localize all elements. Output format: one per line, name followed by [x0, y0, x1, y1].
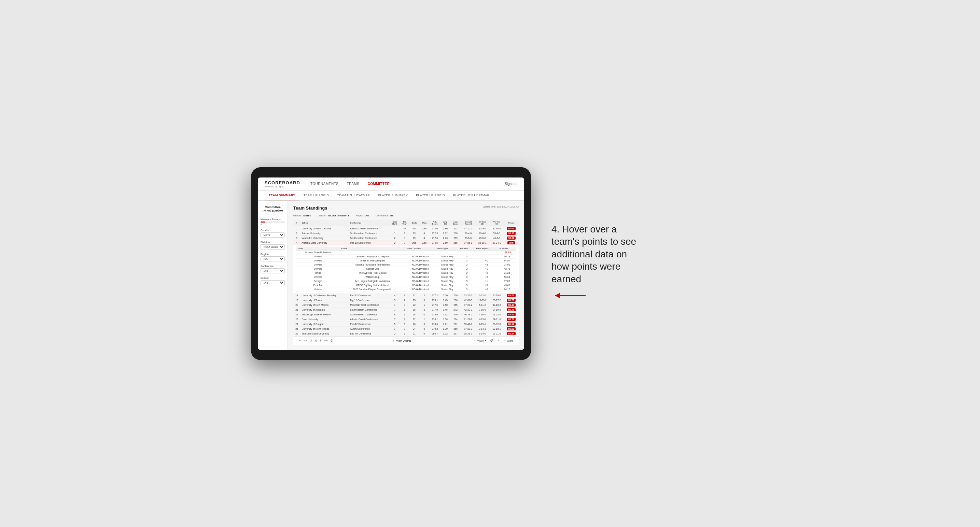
view-original-button[interactable]: View: Original: [393, 338, 414, 343]
comment-button[interactable]: 💬: [490, 339, 493, 342]
tt-div: NCAA Division I: [405, 275, 436, 279]
nav-teams[interactable]: TEAMS: [347, 181, 359, 187]
conf-rank-cell: 1: [390, 226, 400, 231]
tt-rank-impact: +1: [475, 267, 498, 271]
points-badge[interactable]: 88.71: [507, 318, 515, 321]
vs-top25-cell: 9-14-0: [475, 331, 490, 336]
min-rounds-slider[interactable]: [261, 222, 285, 222]
tt-event: The Cypress Point Classic: [340, 271, 405, 275]
points-badge-highlighted[interactable]: 79.5: [508, 241, 515, 244]
table-row: 3 Vanderbilt University Southeastern Con…: [293, 235, 519, 240]
points-badge[interactable]: 88.49: [507, 303, 515, 306]
points-cell[interactable]: 88.71: [504, 317, 519, 322]
points-badge[interactable]: 88.48: [507, 308, 515, 311]
wins-cell: 0: [419, 326, 429, 331]
points-cell[interactable]: 83.41: [504, 312, 519, 317]
adj-score-cell: 272.3: [429, 231, 441, 235]
tt-div: NCAA Division I: [405, 262, 436, 267]
overall-cell: 97-23-2: [461, 302, 475, 307]
tt-event: Copper Cup: [340, 267, 405, 271]
copy-icon[interactable]: ⧉: [315, 339, 317, 343]
division-select[interactable]: NCAA Division I NCAA Division II: [261, 244, 285, 249]
wins-cell: 2.50: [419, 240, 429, 245]
school-cell: Auburn University: [301, 231, 349, 235]
points-badge[interactable]: 83.89: [507, 327, 515, 330]
overall-cell: 42-20-0: [461, 307, 475, 312]
points-cell[interactable]: 83.89: [504, 326, 519, 331]
toolbar-left: ↩ ↪ ↺ ⧉ ⎘ ••• ⏱: [299, 339, 333, 343]
nav-committee[interactable]: COMMITTEE: [368, 181, 390, 187]
tab-player-h2h-grid[interactable]: PLAYER H2H GRID: [412, 191, 449, 200]
redo-icon[interactable]: ↪: [304, 339, 307, 342]
region-select[interactable]: N/A All: [261, 256, 285, 262]
tt-div: NCAA Division I: [405, 271, 436, 275]
points-badge[interactable]: 93.31: [507, 232, 515, 235]
points-cell[interactable]: 93.31: [504, 231, 519, 235]
points-cell[interactable]: 88.48: [504, 307, 519, 312]
low-score-cell: 272: [450, 307, 461, 312]
tt-w-points: 97.86: [498, 279, 516, 283]
content-header: Team Standings Update time: 13/03/2024 1…: [293, 205, 519, 211]
school-cell: University of Oregon: [301, 322, 349, 326]
vs-top25-cell: 7-15-0: [475, 307, 490, 312]
annotation-text: 4. Hover over a team's points to see add…: [552, 223, 647, 285]
rank-cell: 18: [293, 293, 301, 298]
adj-score-cell: 279.3: [429, 326, 441, 331]
tab-team-h2h-heatmap[interactable]: TEAM H2H HEATMAP: [333, 191, 374, 200]
undo-icon[interactable]: ↩: [299, 339, 302, 342]
vs-top25-cell: 6-12-0: [475, 293, 490, 298]
division-label: Division: [261, 241, 285, 243]
conference-select[interactable]: (All): [261, 268, 285, 273]
sign-out-link[interactable]: Sign out: [505, 182, 517, 186]
gender-select[interactable]: Men's Women's: [261, 232, 285, 238]
share-button[interactable]: ↗ Share: [504, 339, 513, 342]
tab-player-h2h-heatmap[interactable]: PLAYER H2H HEATMAP: [449, 191, 493, 200]
filter-conference-value: All: [390, 214, 393, 217]
arrow-area: [552, 289, 729, 304]
adj-score-cell: 278.1: [429, 298, 441, 302]
points-cell[interactable]: 90.32: [504, 235, 519, 240]
expand-button[interactable]: ⤢: [498, 339, 500, 342]
points-cell[interactable]: 88.94: [504, 331, 519, 336]
watch-button[interactable]: 👁 Watch ▾: [474, 339, 487, 342]
clock-icon[interactable]: ⏱: [330, 339, 333, 342]
wins-cell: 0: [419, 312, 429, 317]
points-cell[interactable]: 83.07: [504, 293, 519, 298]
low-score-cell: 271: [450, 322, 461, 326]
points-badge[interactable]: 83.07: [507, 294, 515, 297]
points-badge[interactable]: 97.02: [507, 227, 515, 230]
points-cell[interactable]: 97.02: [504, 226, 519, 231]
points-cell[interactable]: 88.14: [504, 322, 519, 326]
annotation-side: 4. Hover over a team's points to see add…: [552, 223, 729, 304]
points-cell[interactable]: 79.5: [504, 240, 519, 245]
overall-cell: 87-25-1: [461, 240, 475, 245]
tt-rank-impact: +0: [475, 283, 498, 287]
tab-team-h2h-grid[interactable]: TEAM H2H GRID: [299, 191, 333, 200]
avg-sg-cell: 1.71: [441, 322, 450, 326]
points-cell[interactable]: 88.49: [504, 302, 519, 307]
tt-col-type: Event Type: [436, 247, 459, 251]
nav-tournaments[interactable]: TOURNAMENTS: [310, 181, 339, 187]
tab-player-summary[interactable]: PLAYER SUMMARY: [374, 191, 412, 200]
tt-col-w-points: W Points: [498, 247, 516, 251]
overall-cell: 63-5-0: [461, 235, 475, 240]
school-select[interactable]: (All): [261, 280, 285, 285]
col-bnds: Bnds: [409, 220, 419, 226]
tab-team-summary[interactable]: TEAM SUMMARY: [265, 191, 299, 200]
table-row: 25 University of North Florida ASUN Conf…: [293, 326, 519, 331]
tt-rounds: 3: [459, 259, 475, 262]
bnds-cell: 265: [409, 240, 419, 245]
more-icon[interactable]: •••: [325, 339, 328, 342]
no-tour-cell: 6: [400, 322, 409, 326]
conference-cell: Pac-12 Conference: [348, 293, 390, 298]
points-badge[interactable]: 83.41: [507, 313, 515, 316]
paste-icon[interactable]: ⎘: [320, 339, 322, 342]
points-cell[interactable]: 88.70: [504, 298, 519, 302]
points-badge[interactable]: 90.32: [507, 237, 515, 240]
no-tour-cell: 7: [400, 298, 409, 302]
points-badge[interactable]: 88.70: [507, 298, 515, 302]
points-badge[interactable]: 88.14: [507, 322, 515, 325]
reset-icon[interactable]: ↺: [310, 339, 312, 342]
tt-type: Stroke Play: [436, 275, 459, 279]
points-badge[interactable]: 88.94: [507, 332, 515, 335]
